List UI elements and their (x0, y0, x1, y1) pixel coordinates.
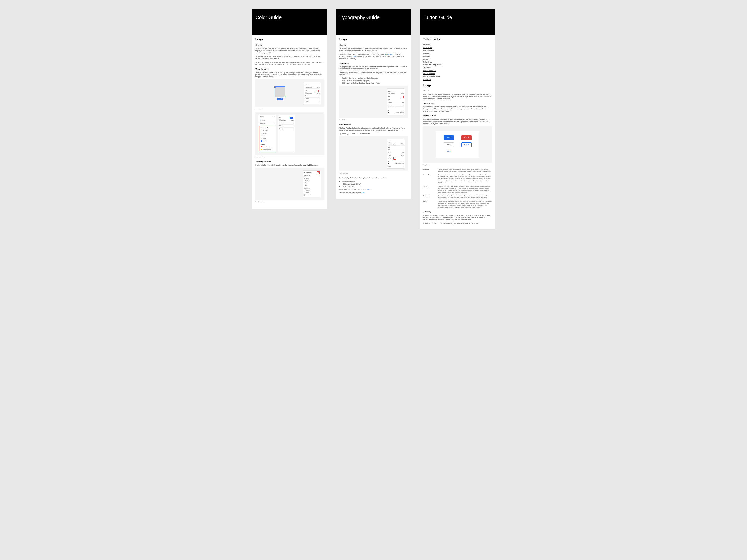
label: Stroke (305, 95, 308, 97)
effect-icon (304, 194, 305, 195)
list-item: cv05 (Lower-case L with tail) (342, 183, 408, 185)
heading-usage: Usage (339, 38, 408, 42)
hex-value: D9D9D9 (307, 92, 312, 94)
heading-using-variables: Using Variables (255, 68, 324, 71)
font-name: Inter (388, 99, 390, 100)
effect-icon (304, 190, 305, 191)
label: Fill (305, 90, 307, 91)
toc-link[interactable]: Buttons with icons (423, 70, 492, 72)
paragraph: The neutral gray family is dominant in t… (255, 55, 324, 60)
heading-text-styles: Text Styles (339, 62, 408, 64)
auto-width-icon: ⇿ (388, 107, 389, 109)
label: Export (279, 128, 283, 130)
heading-button-variants: Button variants (423, 114, 492, 117)
font-name: Inter (388, 149, 390, 151)
plus-icon: + (319, 175, 319, 177)
label: hover (263, 133, 266, 134)
page-header: Typography Guide (336, 9, 411, 34)
panel-section-layer: Layer (305, 84, 319, 86)
heading-anatomy: Anatomy (423, 211, 492, 213)
list-text-style-categories: Heading - Used for all Headings and Navi… (342, 77, 408, 84)
panel-section-fill: Fill ⋮⋮ + (305, 89, 319, 92)
page-body: Usage Overview Application of the color … (252, 34, 327, 209)
toc-link[interactable]: Overview (423, 44, 492, 46)
label: Pass through (388, 143, 394, 145)
group-support: Support (259, 143, 275, 145)
list-font-features: cv01 (Alternate one) cv05 (Lower-case L … (342, 180, 408, 187)
toc-link[interactable]: Alignment (423, 58, 492, 60)
label: Export (305, 101, 308, 102)
panel-row-passthrough: Pass through100% (388, 143, 404, 145)
collapse-icon: ⌃ (274, 123, 275, 124)
figure-color-variables-panel: Libraries ←× 🔍 Search All libraries ⌃ (255, 112, 324, 155)
toc-link[interactable]: Button Groups (423, 61, 492, 63)
text: button. (313, 164, 319, 166)
page-header: Button Guide (420, 9, 495, 34)
swatch-icon (279, 119, 281, 121)
toc-link[interactable]: References (423, 78, 492, 80)
page-title: Button Guide (423, 15, 492, 21)
local-variables-panel: Local variables ⚙ Local styles+ Text sty… (303, 170, 321, 197)
heading-overview: Overview (339, 44, 408, 47)
toc-link[interactable]: Icon-only buttons (423, 73, 492, 75)
panel-row-passthrough: Pass through100% (388, 92, 404, 95)
section-text-styles: Text styles (304, 178, 319, 180)
toc-link[interactable]: Emphasis (423, 55, 492, 57)
effect-focus: Focus (304, 192, 319, 194)
label: selected (263, 135, 267, 137)
label: Fill (388, 110, 389, 111)
link-inter-features[interactable]: here (367, 189, 370, 190)
align-left-icon: ≡ (390, 107, 390, 109)
def-row: TertiaryFor less prominent, and sometime… (423, 185, 492, 193)
text: . (370, 189, 370, 190)
panel-row-passthrough: Pass through 100% (305, 86, 319, 89)
swatch-icon (388, 112, 389, 113)
def-row: SecondaryFor secondary actions on each p… (423, 174, 492, 184)
heading-usage: Usage (255, 38, 324, 42)
toc-link[interactable]: Groups with Danger buttons (423, 64, 492, 66)
page-body: Table of content Overview When to use Bu… (420, 34, 495, 229)
libraries-tabs: Libraries ←× (258, 115, 276, 118)
color-swatch-icon (305, 92, 307, 94)
panel-row-stroke: Stroke+ (279, 122, 294, 125)
panel-row-export: Export+ (279, 128, 294, 130)
heading-toc: Table of content (423, 38, 492, 41)
def-term: Ghost (423, 200, 435, 208)
plus-icon: + (293, 125, 294, 127)
link-tailwind-guide[interactable]: here (362, 192, 365, 194)
toc-link[interactable]: Button Variants (423, 49, 492, 51)
paragraph: For the Design System the following font… (339, 177, 408, 179)
def-desc: For less prominent, and sometimes indepe… (438, 185, 492, 193)
toc-link[interactable]: Text labels (423, 67, 492, 69)
text-align-toolbar: ⇿ ≡ ↑ ⋯ (388, 107, 404, 109)
button-variants-card: Button Button Button Button Button (436, 131, 480, 158)
effect-focus-error: Focus-error (304, 194, 319, 196)
text-style-button-highlight: ⋮⋮ (400, 96, 404, 98)
align-left-icon: ≡ (390, 158, 390, 159)
toc-link[interactable]: Anatomy (423, 52, 492, 54)
paragraph: If color variables need adjustments they… (255, 164, 324, 166)
paragraph-path: Type Settings→Details→Character Variants (339, 133, 408, 135)
link-inter[interactable]: Inter (353, 56, 356, 57)
def-term: Primary (423, 168, 435, 172)
figure-caption: Color Variables (255, 156, 324, 158)
def-row: DangerFor actions that could have destru… (423, 195, 492, 199)
paragraph: The typography used in the essentry Desi… (339, 53, 408, 60)
label: Local styles (304, 175, 310, 177)
swatch-icon (261, 146, 262, 148)
row-weight-size: Mixed16 (388, 151, 404, 154)
style-icon: ⋮⋮ (400, 161, 403, 162)
toc-link[interactable]: When to use (423, 47, 492, 49)
toc-link[interactable]: Danger button variations (423, 75, 492, 77)
label: Effects (305, 98, 309, 100)
link-nunito-sans[interactable]: Nunito Sans (385, 53, 393, 55)
group-background: Background (259, 127, 275, 129)
list-item: Body - Used for Body text and Highlights (342, 80, 408, 82)
selected-rectangle (275, 86, 285, 97)
style-applied-icon: ⋮⋮ (290, 117, 293, 118)
figure-color-style-panel: 216 × 216 Layer Pass through 100% Fill ⋮… (255, 79, 324, 107)
def-desc: For secondary actions on each page. Seco… (438, 174, 492, 184)
plus-icon: + (319, 98, 319, 100)
page-button-guide: Button Guide Table of content Overview W… (420, 9, 495, 229)
label: Pass through (388, 92, 394, 94)
